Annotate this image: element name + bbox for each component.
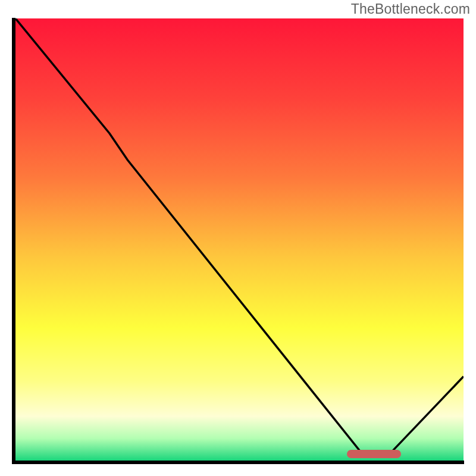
optimum-marker xyxy=(347,450,400,458)
chart-container: TheBottleneck.com xyxy=(0,0,476,476)
watermark-text: TheBottleneck.com xyxy=(351,1,470,17)
plot-area xyxy=(15,18,464,461)
bottleneck-curve xyxy=(15,18,464,461)
